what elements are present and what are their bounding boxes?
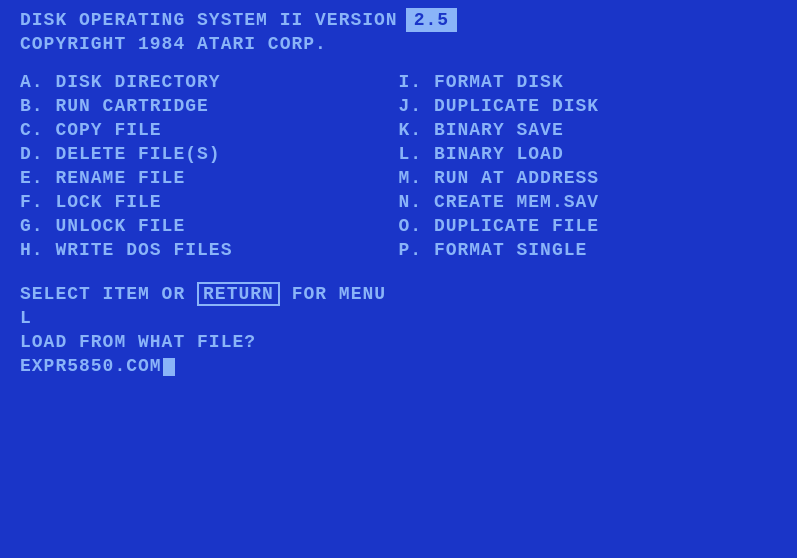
select-text-pre: SELECT ITEM OR [20,284,197,304]
header-title: DISK OPERATING SYSTEM II VERSION [20,10,398,30]
menu-right-column: I. FORMAT DISK J. DUPLICATE DISK K. BINA… [399,72,778,260]
menu-item-l[interactable]: L. BINARY LOAD [399,144,778,164]
menu-item-k[interactable]: K. BINARY SAVE [399,120,778,140]
select-text-post: FOR MENU [280,284,386,304]
menu-item-e[interactable]: E. RENAME FILE [20,168,399,188]
menu-item-h[interactable]: H. WRITE DOS FILES [20,240,399,260]
menu-item-a[interactable]: A. DISK DIRECTORY [20,72,399,92]
menu-left-column: A. DISK DIRECTORY B. RUN CARTRIDGE C. CO… [20,72,399,260]
input-value: EXPR5850.COM [20,356,162,376]
screen: DISK OPERATING SYSTEM II VERSION 2.5 COP… [0,0,797,558]
load-prompt-line: LOAD FROM WHAT FILE? [20,332,777,352]
menu-item-c[interactable]: C. COPY FILE [20,120,399,140]
menu-item-b[interactable]: B. RUN CARTRIDGE [20,96,399,116]
select-prompt-line: SELECT ITEM OR RETURN FOR MENU [20,284,777,304]
prompt-section: SELECT ITEM OR RETURN FOR MENU L LOAD FR… [20,284,777,376]
input-line[interactable]: EXPR5850.COM [20,356,777,376]
menu-item-i[interactable]: I. FORMAT DISK [399,72,778,92]
copyright-line: COPYRIGHT 1984 ATARI CORP. [20,34,777,54]
header-line: DISK OPERATING SYSTEM II VERSION 2.5 [20,8,777,32]
menu-section: A. DISK DIRECTORY B. RUN CARTRIDGE C. CO… [20,72,777,260]
version-badge: 2.5 [406,8,457,32]
menu-item-g[interactable]: G. UNLOCK FILE [20,216,399,236]
selected-item-line: L [20,308,777,328]
menu-item-m[interactable]: M. RUN AT ADDRESS [399,168,778,188]
menu-item-p[interactable]: P. FORMAT SINGLE [399,240,778,260]
return-key-label[interactable]: RETURN [197,282,280,306]
menu-item-d[interactable]: D. DELETE FILE(S) [20,144,399,164]
menu-item-n[interactable]: N. CREATE MEM.SAV [399,192,778,212]
menu-item-j[interactable]: J. DUPLICATE DISK [399,96,778,116]
menu-item-o[interactable]: O. DUPLICATE FILE [399,216,778,236]
cursor-block [163,358,175,376]
menu-item-f[interactable]: F. LOCK FILE [20,192,399,212]
